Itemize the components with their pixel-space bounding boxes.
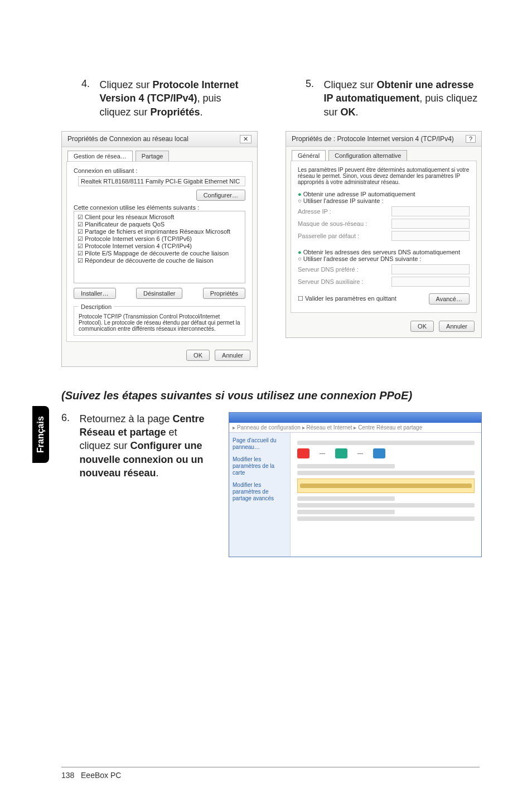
ip-label: Adresse IP :: [298, 208, 387, 215]
list-item[interactable]: Pilote E/S Mappage de découverte de couc…: [78, 250, 241, 257]
step5-number: 5.: [306, 78, 321, 90]
list-item[interactable]: Protocole Internet version 4 (TCP/IPv4): [78, 243, 241, 250]
radio-auto-dns[interactable]: Obtenir les adresses des serveurs DNS au…: [298, 249, 470, 255]
uninstall-button[interactable]: Désinstaller: [136, 288, 182, 299]
configure-button[interactable]: Configurer…: [196, 190, 245, 201]
step6-post: .: [156, 467, 159, 479]
step6-text: Retournez à la page Centre Réseau et par…: [79, 412, 207, 480]
step5-post: .: [355, 107, 358, 118]
dns2-field: [391, 277, 470, 287]
close-icon[interactable]: ?: [466, 135, 476, 143]
gateway-label: Passerelle par défaut :: [298, 233, 387, 239]
step4-post: .: [200, 107, 203, 118]
step4-number: 4.: [81, 78, 97, 90]
install-button[interactable]: Installer…: [74, 288, 116, 299]
ip-field: [391, 206, 470, 216]
tab-general[interactable]: Général: [292, 150, 326, 161]
mask-label: Masque de sous-réseau :: [298, 220, 387, 227]
radio-manual-dns[interactable]: Utiliser l'adresse de serveur DNS suivan…: [298, 255, 470, 262]
ppoe-section-title: (Suivez les étapes suivantes si vous uti…: [61, 389, 482, 402]
step5-pre: Cliquez sur: [323, 79, 376, 90]
ipv4-intro: Les paramètres IP peuvent être déterminé…: [298, 167, 470, 185]
radio-manual-ip[interactable]: Utiliser l'adresse IP suivante :: [298, 197, 470, 204]
ok-button[interactable]: OK: [410, 321, 434, 332]
step6-number: 6.: [61, 412, 77, 424]
step4-text: Cliquez sur Protocole Internet Version 4…: [99, 78, 253, 119]
ok-button[interactable]: OK: [186, 350, 210, 361]
tab-sharing[interactable]: Partage: [136, 151, 170, 161]
ipv4-properties-dialog: Propriétés de : Protocole Internet versi…: [286, 131, 482, 338]
page-footer: 138 EeeBox PC: [61, 767, 480, 780]
properties-button[interactable]: Propriétés: [203, 288, 245, 299]
dns2-label: Serveur DNS auxiliaire :: [298, 278, 387, 285]
step5-text: Cliquez sur Obtenir une adresse IP autom…: [323, 78, 477, 119]
description-legend: Description: [79, 303, 114, 310]
list-item[interactable]: Partage de fichiers et imprimantes Résea…: [78, 228, 241, 235]
step4-bold2: Propriétés: [151, 107, 200, 118]
dialog2-title: Propriétés de : Protocole Internet versi…: [292, 135, 454, 143]
list-item[interactable]: Planificateur de paquets QoS: [78, 221, 241, 228]
validate-checkbox[interactable]: ☐ Valider les paramètres en quittant: [298, 295, 396, 302]
network-center-screenshot: ▸ Panneau de configuration ▸ Réseau et I…: [229, 412, 482, 557]
page-number: 138: [61, 771, 74, 780]
cancel-button[interactable]: Annuler: [215, 350, 250, 361]
step6-pre: Retournez à la page: [79, 413, 172, 424]
connection-using-label: Connexion en utilisant :: [74, 167, 245, 174]
step4-pre: Cliquez sur: [99, 79, 152, 90]
list-item[interactable]: Répondeur de découverte de couche de lia…: [78, 257, 241, 264]
advanced-button[interactable]: Avancé…: [429, 293, 470, 305]
dialog1-title: Propriétés de Connexion au réseau local: [67, 135, 188, 143]
radio-auto-ip[interactable]: Obtenir une adresse IP automatiquement: [298, 191, 470, 197]
dns1-label: Serveur DNS préféré :: [298, 266, 387, 273]
cancel-button[interactable]: Annuler: [439, 321, 475, 332]
list-item[interactable]: Client pour les réseaux Microsoft: [78, 214, 241, 221]
tab-network[interactable]: Gestion de résea…: [67, 151, 133, 161]
mask-field: [391, 219, 470, 229]
dns1-field: [391, 264, 470, 274]
components-listbox[interactable]: Client pour les réseaux Microsoft Planif…: [74, 211, 245, 283]
tab-altconfig[interactable]: Configuration alternative: [328, 150, 407, 161]
product-name: EeeBox PC: [81, 771, 121, 780]
language-tab: Français: [32, 406, 49, 463]
list-item[interactable]: Protocole Internet version 6 (TCP/IPv6): [78, 235, 241, 243]
step5-bold2: OK: [340, 107, 355, 118]
elements-caption: Cette connexion utilise les éléments sui…: [74, 204, 245, 211]
description-text: Protocole TCP/IP (Transmission Control P…: [79, 313, 240, 332]
side-links: Page d'accueil du panneau… Modifier les …: [229, 433, 291, 557]
local-connection-properties-dialog: Propriétés de Connexion au réseau local …: [61, 131, 258, 367]
adapter-field: Realtek RTL8168/8111 Family PCI-E Gigabi…: [78, 176, 245, 186]
gateway-field: [391, 231, 470, 241]
close-icon[interactable]: ✕: [240, 135, 252, 143]
